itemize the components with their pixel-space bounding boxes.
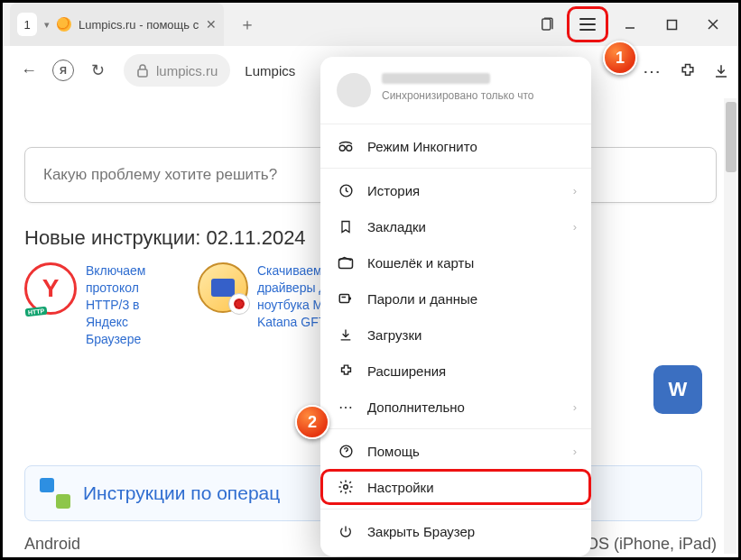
svg-rect-7: [339, 295, 349, 303]
incognito-icon: [337, 140, 355, 152]
svg-rect-1: [667, 20, 676, 29]
scrollbar-thumb[interactable]: [726, 102, 736, 172]
maximize-button[interactable]: [652, 6, 691, 42]
collections-icon[interactable]: [529, 16, 565, 32]
more-icon[interactable]: ⋯: [643, 60, 662, 82]
download-icon: [337, 327, 355, 343]
chevron-down-icon[interactable]: ▾: [44, 19, 50, 31]
svg-rect-0: [542, 19, 551, 30]
menu-settings[interactable]: Настройки: [320, 469, 591, 505]
account-name: [382, 73, 490, 84]
favicon-icon: [57, 17, 71, 32]
puzzle-icon: [337, 363, 355, 379]
downloads-toolbar-icon[interactable]: [713, 63, 729, 79]
browser-menu: Синхронизировано только что Режим Инкогн…: [320, 57, 591, 556]
new-tab-button[interactable]: ＋: [235, 12, 260, 37]
os-link-text: Инструкции по операц: [83, 482, 280, 504]
menu-downloads[interactable]: Загрузки: [320, 317, 591, 353]
svg-point-10: [344, 485, 348, 490]
os-icon: [40, 478, 70, 509]
svg-point-4: [347, 145, 352, 151]
key-icon: [337, 291, 355, 306]
svg-rect-2: [138, 69, 147, 77]
bookmark-icon: [337, 219, 355, 234]
url-text: lumpics.ru: [156, 63, 218, 78]
tab-title: Lumpics.ru - помощь с: [79, 18, 199, 32]
menu-bookmarks[interactable]: Закладки›: [320, 208, 591, 244]
yandex-icon: YHTTP: [24, 262, 77, 315]
footer-right[interactable]: iOS (iPhone, iPad): [582, 535, 717, 554]
menu-extensions[interactable]: Расширения: [320, 353, 591, 389]
lock-icon: [136, 63, 149, 78]
gear-icon: [337, 479, 355, 495]
address-bar[interactable]: lumpics.ru: [124, 54, 230, 87]
chevron-right-icon: ›: [573, 445, 577, 458]
vk-badge[interactable]: W: [653, 365, 702, 414]
page-title-inbar: Lumpics: [245, 63, 295, 78]
menu-passwords[interactable]: Пароли и данные: [320, 280, 591, 317]
driver-icon: [198, 262, 248, 313]
step-marker-1: 1: [603, 41, 637, 75]
wallet-icon: [337, 256, 355, 270]
svg-point-8: [349, 298, 351, 299]
account-section[interactable]: Синхронизировано только что: [320, 66, 591, 120]
help-icon: [337, 444, 355, 459]
tab-counter: 1: [17, 13, 37, 36]
article-link[interactable]: Включаем протокол HTTP/3 в Яндекс Браузе…: [86, 262, 178, 347]
close-window-button[interactable]: [693, 6, 733, 42]
svg-point-3: [339, 145, 345, 151]
step-marker-2: 2: [295, 405, 329, 439]
menu-help[interactable]: Помощь›: [320, 433, 591, 469]
menu-more[interactable]: ⋯ Дополнительно›: [320, 389, 591, 425]
chevron-right-icon: ›: [573, 400, 577, 414]
clock-icon: [337, 183, 355, 198]
sync-status: Синхронизировано только что: [382, 89, 533, 102]
power-icon: [337, 524, 355, 539]
menu-history[interactable]: История›: [320, 172, 591, 208]
menu-wallet[interactable]: Кошелёк и карты: [320, 244, 591, 280]
minimize-button[interactable]: [610, 6, 650, 42]
dots-icon: ⋯: [337, 399, 355, 416]
back-button[interactable]: ←: [14, 55, 44, 86]
menu-incognito[interactable]: Режим Инкогнито: [320, 128, 591, 164]
chevron-right-icon: ›: [573, 220, 577, 234]
avatar-icon: [337, 73, 371, 107]
chevron-right-icon: ›: [573, 184, 577, 197]
footer-left[interactable]: Android: [24, 535, 80, 554]
menu-close-browser[interactable]: Закрыть Браузер: [320, 513, 591, 549]
article-card[interactable]: YHTTP Включаем протокол HTTP/3 в Яндекс …: [24, 262, 178, 347]
tab-active[interactable]: 1 ▾ Lumpics.ru - помощь с ✕: [10, 3, 224, 46]
tab-close-icon[interactable]: ✕: [206, 17, 217, 32]
reload-button[interactable]: ↻: [82, 55, 113, 86]
extensions-toolbar-icon[interactable]: [679, 62, 697, 80]
home-button[interactable]: Я: [48, 55, 79, 86]
menu-button[interactable]: [567, 6, 608, 42]
